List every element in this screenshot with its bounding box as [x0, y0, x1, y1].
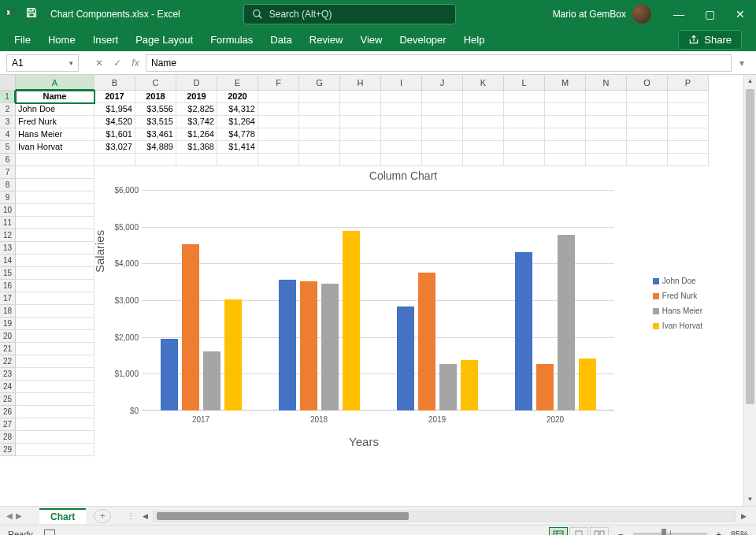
cell-O4[interactable]	[627, 128, 668, 141]
user-name[interactable]: Mario at GemBox	[553, 9, 626, 20]
column-header-M[interactable]: M	[545, 75, 586, 91]
cell-D6[interactable]	[176, 154, 217, 166]
cell-A28[interactable]	[16, 431, 94, 444]
ribbon-tab-formulas[interactable]: Formulas	[210, 34, 253, 46]
cell-H6[interactable]	[340, 154, 381, 166]
cell-B5[interactable]: $3,027	[94, 141, 135, 154]
cell-P2[interactable]	[668, 103, 709, 116]
row-header-16[interactable]: 16	[0, 280, 16, 292]
cell-B2[interactable]: $1,954	[94, 103, 135, 116]
row-header-26[interactable]: 26	[0, 406, 16, 418]
cell-A23[interactable]	[16, 368, 94, 381]
column-header-D[interactable]: D	[176, 75, 217, 91]
column-header-L[interactable]: L	[504, 75, 545, 91]
sheet-tab-chart[interactable]: Chart	[39, 508, 86, 524]
cell-E1[interactable]: 2020	[217, 91, 258, 103]
cell-B6[interactable]	[94, 154, 135, 166]
ribbon-tab-review[interactable]: Review	[309, 34, 343, 46]
row-header-4[interactable]: 4	[0, 128, 16, 141]
cell-K1[interactable]	[463, 91, 504, 103]
cell-P1[interactable]	[668, 91, 709, 103]
row-headers[interactable]: 1234567891011121314151617181920212223242…	[0, 91, 16, 456]
cell-J2[interactable]	[422, 103, 463, 116]
bar-fred-nurk-2018[interactable]	[300, 281, 317, 411]
row-header-8[interactable]: 8	[0, 179, 16, 191]
cell-H4[interactable]	[340, 128, 381, 141]
cell-A12[interactable]	[16, 229, 94, 242]
cell-P6[interactable]	[668, 154, 709, 166]
maximize-button[interactable]: ▢	[705, 8, 715, 20]
column-header-J[interactable]: J	[422, 75, 463, 91]
bar-hans-meier-2020[interactable]	[558, 235, 575, 411]
ribbon-tab-view[interactable]: View	[360, 34, 382, 46]
bar-fred-nurk-2019[interactable]	[418, 273, 435, 411]
cell-D5[interactable]: $1,368	[176, 141, 217, 154]
cell-K3[interactable]	[463, 116, 504, 128]
row-header-15[interactable]: 15	[0, 267, 16, 280]
cell-A5[interactable]: Ivan Horvat	[16, 141, 94, 154]
cell-E5[interactable]: $1,414	[217, 141, 258, 154]
cell-A16[interactable]	[16, 280, 94, 292]
cell-E4[interactable]: $4,778	[217, 128, 258, 141]
row-header-1[interactable]: 1	[0, 91, 16, 103]
legend-item-john-doe[interactable]: John Doe	[653, 277, 702, 285]
column-header-F[interactable]: F	[258, 75, 299, 91]
cell-L3[interactable]	[504, 116, 545, 128]
cell-J4[interactable]	[422, 128, 463, 141]
cell-G3[interactable]	[299, 116, 340, 128]
ribbon-tab-developer[interactable]: Developer	[399, 34, 446, 46]
cell-F4[interactable]	[258, 128, 299, 141]
fx-icon[interactable]: fx	[128, 54, 143, 72]
column-header-H[interactable]: H	[340, 75, 381, 91]
row-header-9[interactable]: 9	[0, 191, 16, 204]
horizontal-scrollbar[interactable]	[153, 511, 736, 522]
cell-C1[interactable]: 2018	[135, 91, 176, 103]
cell-P4[interactable]	[668, 128, 709, 141]
macro-record-icon[interactable]	[44, 529, 55, 535]
row-header-5[interactable]: 5	[0, 141, 16, 154]
row-header-28[interactable]: 28	[0, 431, 16, 444]
cell-D4[interactable]: $1,264	[176, 128, 217, 141]
cell-N2[interactable]	[586, 103, 627, 116]
user-avatar[interactable]	[632, 5, 651, 24]
cell-C3[interactable]: $3,515	[135, 116, 176, 128]
cell-A3[interactable]: Fred Nurk	[16, 116, 94, 128]
column-header-P[interactable]: P	[668, 75, 709, 91]
column-header-A[interactable]: A	[16, 75, 94, 91]
cell-F5[interactable]	[258, 141, 299, 154]
bar-john-doe-2019[interactable]	[397, 307, 414, 411]
legend-item-fred-nurk[interactable]: Fred Nurk	[653, 292, 702, 300]
bar-john-doe-2018[interactable]	[279, 280, 296, 411]
cell-I1[interactable]	[381, 91, 422, 103]
cell-N6[interactable]	[586, 154, 627, 166]
cancel-formula-icon[interactable]: ✕	[91, 54, 107, 72]
column-header-G[interactable]: G	[299, 75, 340, 91]
cell-H2[interactable]	[340, 103, 381, 116]
cell-A22[interactable]	[16, 355, 94, 368]
cell-A1[interactable]: Name	[16, 91, 94, 103]
cell-B1[interactable]: 2017	[94, 91, 135, 103]
cell-B4[interactable]: $1,601	[94, 128, 135, 141]
cell-I2[interactable]	[381, 103, 422, 116]
column-headers[interactable]: ABCDEFGHIJKLMNOP	[0, 75, 743, 91]
save-icon[interactable]	[25, 6, 38, 21]
bar-hans-meier-2017[interactable]	[203, 351, 220, 411]
cell-M3[interactable]	[545, 116, 586, 128]
bar-john-doe-2020[interactable]	[515, 252, 532, 411]
row-header-22[interactable]: 22	[0, 355, 16, 368]
cell-A26[interactable]	[16, 406, 94, 418]
cell-F2[interactable]	[258, 103, 299, 116]
cell-B3[interactable]: $4,520	[94, 116, 135, 128]
row-header-18[interactable]: 18	[0, 305, 16, 318]
cell-O2[interactable]	[627, 103, 668, 116]
row-header-20[interactable]: 20	[0, 330, 16, 343]
row-header-2[interactable]: 2	[0, 103, 16, 116]
cell-L5[interactable]	[504, 141, 545, 154]
cell-L4[interactable]	[504, 128, 545, 141]
cell-E6[interactable]	[217, 154, 258, 166]
row-header-10[interactable]: 10	[0, 204, 16, 217]
column-header-K[interactable]: K	[463, 75, 504, 91]
row-header-27[interactable]: 27	[0, 418, 16, 431]
row-header-13[interactable]: 13	[0, 242, 16, 254]
cell-E2[interactable]: $4,312	[217, 103, 258, 116]
